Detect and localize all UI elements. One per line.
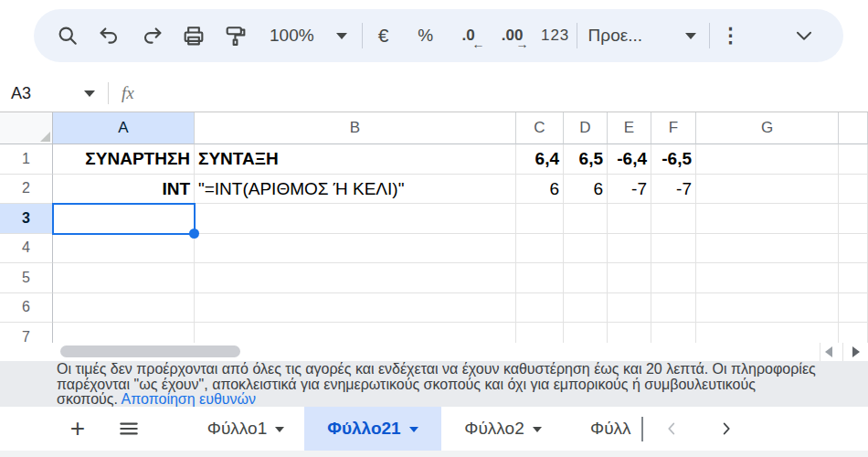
cell-E3[interactable] bbox=[608, 204, 651, 234]
cell-D6[interactable] bbox=[564, 293, 608, 324]
select-all-corner[interactable] bbox=[0, 112, 53, 144]
decrease-decimals-button[interactable]: .0 ← bbox=[447, 15, 491, 57]
cell-C2[interactable]: 6 bbox=[516, 175, 564, 205]
cell-B7[interactable] bbox=[195, 323, 516, 343]
cell-E6[interactable] bbox=[608, 293, 651, 324]
scroll-right-button[interactable] bbox=[852, 346, 860, 357]
cell-A4[interactable] bbox=[53, 234, 195, 264]
cell-E5[interactable] bbox=[608, 263, 651, 293]
column-header-partial[interactable] bbox=[839, 112, 868, 144]
cell-C6[interactable] bbox=[516, 293, 564, 324]
cell-B4[interactable] bbox=[195, 234, 516, 264]
sheet-tab-fyllo21[interactable]: Φύλλο21 bbox=[304, 407, 441, 451]
zoom-dropdown[interactable]: 100% bbox=[264, 26, 353, 46]
cell-G7[interactable] bbox=[696, 323, 839, 343]
cell-C3[interactable] bbox=[516, 204, 564, 234]
cell-F4[interactable] bbox=[651, 234, 696, 264]
column-header-c[interactable]: C bbox=[516, 112, 564, 144]
cell-A2[interactable]: INT bbox=[53, 175, 195, 205]
cell-E1[interactable]: -6,4 bbox=[608, 144, 651, 175]
cell-D7[interactable] bbox=[564, 323, 608, 343]
format-currency-button[interactable]: € bbox=[363, 15, 405, 57]
scroll-left-button[interactable] bbox=[825, 346, 832, 357]
cell-x5[interactable] bbox=[839, 263, 868, 293]
cell-C4[interactable] bbox=[516, 234, 564, 264]
cell-F3[interactable] bbox=[651, 204, 696, 234]
add-sheet-button[interactable]: + bbox=[64, 407, 91, 451]
cell-C1[interactable]: 6,4 bbox=[516, 144, 564, 175]
print-button[interactable] bbox=[173, 15, 215, 57]
more-formats-button[interactable]: 123 bbox=[535, 15, 577, 57]
cell-B5[interactable] bbox=[195, 263, 516, 293]
cell-A7[interactable] bbox=[53, 323, 195, 343]
cell-C5[interactable] bbox=[516, 263, 564, 293]
cell-D5[interactable] bbox=[564, 263, 608, 293]
cell-E7[interactable] bbox=[608, 323, 651, 343]
column-header-g[interactable]: G bbox=[696, 112, 839, 144]
row-header-7[interactable]: 7 bbox=[0, 323, 53, 343]
row-header-4[interactable]: 4 bbox=[0, 234, 53, 264]
cell-B2[interactable]: "=INT(ΑΡΙΘΜΟΣ Ή ΚΕΛΙ)" bbox=[195, 175, 516, 205]
search-button[interactable] bbox=[47, 15, 89, 57]
cell-A3[interactable] bbox=[53, 204, 195, 234]
cell-B6[interactable] bbox=[195, 293, 516, 324]
sheet-tab-truncated[interactable]: Φύλλ bbox=[585, 407, 640, 451]
cell-C7[interactable] bbox=[516, 323, 564, 343]
cell-A5[interactable] bbox=[53, 263, 195, 293]
cell-D2[interactable]: 6 bbox=[564, 175, 608, 205]
cell-x3[interactable] bbox=[839, 204, 868, 234]
undo-button[interactable] bbox=[89, 15, 131, 57]
column-header-e[interactable]: E bbox=[608, 112, 651, 144]
cell-x1[interactable] bbox=[839, 144, 868, 175]
row-header-6[interactable]: 6 bbox=[0, 293, 53, 324]
column-header-f[interactable]: F bbox=[651, 112, 696, 144]
row-header-1[interactable]: 1 bbox=[0, 144, 53, 175]
sheet-tab-fyllo1[interactable]: Φύλλο1 bbox=[190, 407, 302, 451]
increase-decimals-button[interactable]: .00 → bbox=[491, 15, 535, 57]
cell-F2[interactable]: -7 bbox=[651, 175, 696, 205]
cell-F1[interactable]: -6,5 bbox=[651, 144, 696, 175]
horizontal-scrollbar-thumb[interactable] bbox=[60, 345, 240, 357]
format-percent-button[interactable]: % bbox=[405, 15, 447, 57]
cell-D4[interactable] bbox=[564, 234, 608, 264]
row-header-5[interactable]: 5 bbox=[0, 263, 53, 293]
sheet-tab-fyllo2[interactable]: Φύλλο2 bbox=[441, 407, 565, 451]
more-toolbar-button[interactable]: ⋮ bbox=[710, 15, 752, 57]
cell-D1[interactable]: 6,5 bbox=[564, 144, 608, 175]
cell-B1[interactable]: ΣΥΝΤΑΞΗ bbox=[195, 144, 516, 175]
name-box[interactable]: A3 bbox=[0, 84, 108, 103]
row-header-2[interactable]: 2 bbox=[0, 175, 53, 205]
cell-x2[interactable] bbox=[839, 175, 868, 205]
cell-x6[interactable] bbox=[839, 293, 868, 324]
cell-G4[interactable] bbox=[696, 234, 839, 264]
tabs-scroll-right-button[interactable] bbox=[715, 407, 738, 451]
fill-handle[interactable] bbox=[189, 228, 199, 239]
font-dropdown[interactable]: Προε... bbox=[588, 26, 696, 46]
paint-format-button[interactable] bbox=[215, 15, 257, 57]
tabs-scroll-left-button[interactable] bbox=[660, 407, 683, 451]
cell-G3[interactable] bbox=[696, 204, 839, 234]
cell-F7[interactable] bbox=[651, 323, 696, 343]
cell-x7[interactable] bbox=[839, 323, 868, 343]
cell-G5[interactable] bbox=[696, 263, 839, 293]
formula-input[interactable] bbox=[134, 75, 868, 112]
cell-D3[interactable] bbox=[564, 204, 608, 234]
hide-menus-button[interactable] bbox=[783, 15, 825, 57]
cell-E2[interactable]: -7 bbox=[608, 175, 651, 205]
cell-A1[interactable]: ΣΥΝΑΡΤΗΣΗ bbox=[53, 144, 195, 175]
column-header-d[interactable]: D bbox=[564, 112, 608, 144]
all-sheets-button[interactable] bbox=[113, 407, 144, 451]
column-header-a[interactable]: A bbox=[53, 112, 195, 144]
cell-G6[interactable] bbox=[696, 293, 839, 324]
cell-E4[interactable] bbox=[608, 234, 651, 264]
column-header-b[interactable]: B bbox=[195, 112, 516, 144]
disclaimer-link[interactable]: Αποποίηση ευθυνών bbox=[122, 392, 257, 407]
cell-B3[interactable] bbox=[195, 204, 516, 234]
row-header-3[interactable]: 3 bbox=[0, 204, 53, 234]
cell-G2[interactable] bbox=[696, 175, 839, 205]
cell-A6[interactable] bbox=[53, 293, 195, 324]
cell-F6[interactable] bbox=[651, 293, 696, 324]
cell-x4[interactable] bbox=[839, 234, 868, 264]
cell-F5[interactable] bbox=[651, 263, 696, 293]
redo-button[interactable] bbox=[131, 15, 173, 57]
